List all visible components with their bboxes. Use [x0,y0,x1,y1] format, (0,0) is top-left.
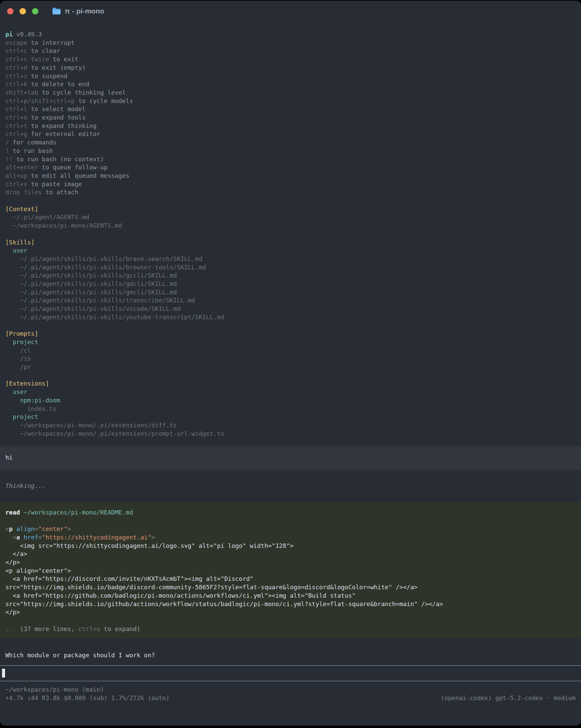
context-item: ~/workspaces/pi-mono/AGENTS.md [0,222,581,230]
titlebar: π - pi-mono [0,1,581,22]
shortcut-line: !to run bash [0,147,581,155]
prompt-item: /cl [0,346,581,355]
skills-group-label: user [0,246,581,255]
shortcut-line: ctrl+zto suspend [0,72,581,80]
context-item: ~/.pi/agent/AGENTS.md [0,213,581,222]
skill-item: ~/.pi/agent/skills/pi-skills/brave-searc… [0,255,581,263]
working-directory: ~/workspaces/pi-mono (main) [5,685,104,694]
skills-section-header: [Skills] [0,238,581,247]
thinking-indicator: Thinking... [0,482,581,490]
version-line: piv0.49.3 [0,30,581,39]
code-line: <a href="https://discord.com/invite/nKXT… [5,575,576,583]
code-line: <img src="https://shittycodingagent.ai/l… [5,542,576,550]
tool-call-header: read~/workspaces/pi-mono/README.md [5,509,576,517]
code-line: <a href="https://github.com/badlogic/pi-… [5,592,576,600]
minimize-window-button[interactable] [20,8,26,15]
shortcut-line: alt+upto edit all queued messages [0,172,581,180]
code-line: src="https://img.shields.io/badge/discor… [5,583,576,592]
shortcut-line: ctrl+tto expand thinking [0,122,581,130]
tool-argument: ~/workspaces/pi-mono/README.md [24,509,133,516]
tool-verb: read [5,509,20,516]
status-line-cwd: ~/workspaces/pi-mono (main) [5,685,576,694]
extensions-section-header: [Extensions] [0,380,581,388]
extensions-user-group-label: user [0,388,581,396]
console-scrollback: piv0.49.3 escapeto interrupt ctrl+cto cl… [0,22,581,438]
user-message: hi [0,446,581,470]
extension-item: ~/workspaces/pi-mono/.pi/extensions/diff… [0,421,581,430]
assistant-message: Which module or package should I work on… [0,651,581,660]
shortcut-line: alt+enterto queue follow-up [0,163,581,172]
skill-item: ~/.pi/agent/skills/pi-skills/gmcli/SKILL… [0,288,581,297]
code-line: </p> [5,558,576,567]
prompt-item: /pr [0,363,581,371]
shortcut-line: ctrl+gfor external editor [0,130,581,138]
shortcut-line: drop filesto attach [0,188,581,197]
code-line: </p> [5,608,576,617]
shortcut-line: ctrl+kto delete to end [0,80,581,88]
shortcut-line: ctrl+c twiceto exit [0,55,581,63]
extensions-project-group-label: project [0,413,581,421]
shortcut-line: ctrl+oto expand tools [0,113,581,122]
prompt-item: /is [0,355,581,363]
terminal-window: π - pi-mono piv0.49.3 escapeto interrupt… [0,1,581,726]
skill-item: ~/.pi/agent/skills/pi-skills/browser-too… [0,263,581,272]
skill-item: ~/.pi/agent/skills/pi-skills/gdcli/SKILL… [0,280,581,288]
extension-item: ~/workspaces/pi-mono/.pi/extensions/prom… [0,430,581,438]
code-line: <a href="https://shittycodingagent.ai"> [5,534,576,542]
shortcut-line: ctrl+cto clear [0,47,581,55]
window-title: π - pi-mono [64,7,104,15]
shortcut-line: ctrl+vto paste image [0,180,581,188]
app-version: v0.49.3 [16,31,42,38]
shortcut-line: ctrl+dto exit (empty) [0,63,581,72]
truncation-notice: ... (37 more lines, ctrl+o to expand) [5,625,576,633]
shortcut-line: /for commands [0,138,581,147]
skill-item: ~/.pi/agent/skills/pi-skills/youtube-tra… [0,313,581,321]
shortcut-line: escapeto interrupt [0,39,581,47]
status-bar: ~/workspaces/pi-mono (main) ↑4.7k ↓44 R3… [0,681,581,702]
text-cursor [2,669,5,677]
shortcut-line: shift+tabto cycle thinking level [0,88,581,97]
shortcut-line: ctrl+lto select model [0,105,581,113]
prompts-section-header: [Prompts] [0,330,581,338]
model-indicator: (openai-codex) gpt-5.2-codex · medium [441,694,576,702]
prompts-group-label: project [0,338,581,346]
skill-item: ~/.pi/agent/skills/pi-skills/vscode/SKIL… [0,305,581,313]
tool-call-block: read~/workspaces/pi-mono/README.md <p al… [0,502,581,639]
status-line-stats: ↑4.7k ↓44 R3.8k $0.009 (sub) 1.7%/272k (… [5,694,576,702]
code-line: src="https://img.shields.io/github/actio… [5,600,576,608]
shortcut-line: !!to run bash (no context) [0,155,581,164]
user-message-text: hi [5,454,13,461]
skill-item: ~/.pi/agent/skills/pi-skills/gccli/SKILL… [0,271,581,280]
extension-npm-child: index.ts [0,405,581,413]
close-window-button[interactable] [7,8,14,15]
code-line: <p align="center"> [5,525,576,534]
shortcut-line: ctrl+p/shift+ctrl+pto cycle models [0,97,581,105]
folder-icon [52,7,61,15]
app-name: pi [5,31,13,38]
code-line: </a> [5,550,576,558]
zoom-window-button[interactable] [32,8,38,15]
extension-npm-entry: npm:pi-doom [0,396,581,405]
token-usage-stats: ↑4.7k ↓44 R3.8k $0.009 (sub) 1.7%/272k (… [5,694,170,702]
skill-item: ~/.pi/agent/skills/pi-skills/transcribe/… [0,296,581,305]
prompt-input[interactable] [0,666,581,681]
code-line: <p align="center"> [5,567,576,575]
context-section-header: [Context] [0,205,581,213]
